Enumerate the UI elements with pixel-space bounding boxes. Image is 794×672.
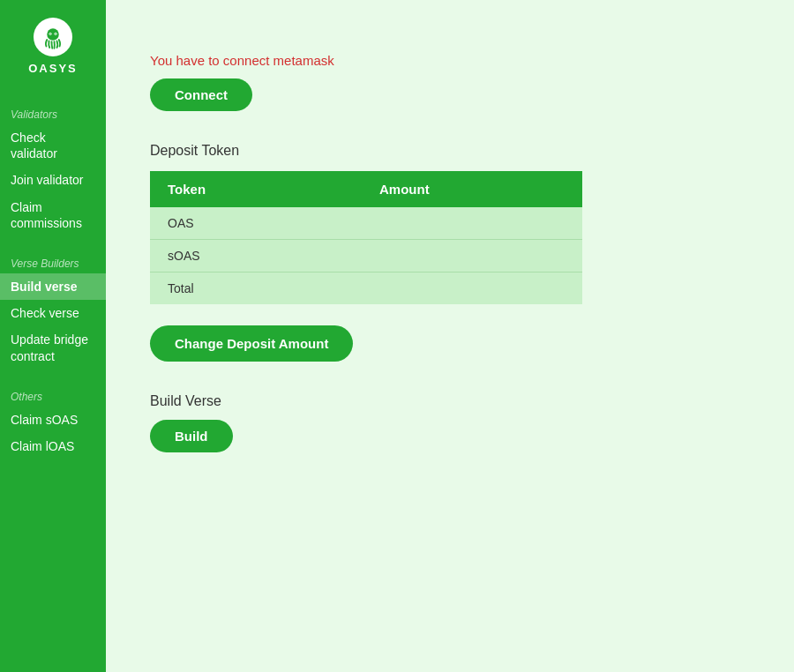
sidebar-item-claim-soas[interactable]: Claim sOAS — [0, 407, 106, 433]
logo-text: OASYS — [28, 62, 78, 75]
connect-warning-text: You have to connect metamask — [150, 53, 750, 68]
table-header-token: Token — [150, 171, 362, 207]
sidebar-item-build-verse[interactable]: Build verse — [0, 273, 106, 300]
logo-icon — [34, 18, 72, 56]
table-row: sOAS — [150, 240, 582, 273]
sidebar: OASYS Validators Check validator Join va… — [0, 0, 106, 672]
table-header-amount: Amount — [362, 171, 582, 207]
table-cell-oas: OAS — [150, 207, 362, 240]
sidebar-item-claim-ioas[interactable]: Claim lOAS — [0, 433, 106, 459]
sidebar-item-join-validator[interactable]: Join validator — [0, 167, 106, 193]
sidebar-section-others: Others — [0, 384, 106, 407]
build-button[interactable]: Build — [150, 420, 233, 452]
table-row: OAS — [150, 207, 582, 240]
sidebar-item-update-bridge-contract[interactable]: Update bridge contract — [0, 326, 106, 369]
table-cell-soas: sOAS — [150, 240, 362, 273]
build-section-title: Build Verse — [150, 393, 750, 409]
table-row: Total — [150, 273, 582, 305]
deposit-table: Token Amount OAS sOAS Total — [150, 171, 582, 304]
deposit-section-title: Deposit Token — [150, 143, 750, 159]
change-deposit-button[interactable]: Change Deposit Amount — [150, 325, 353, 362]
table-cell-soas-amount — [362, 240, 582, 273]
sidebar-item-check-verse[interactable]: Check verse — [0, 300, 106, 326]
connect-button[interactable]: Connect — [150, 78, 252, 111]
sidebar-item-check-validator[interactable]: Check validator — [0, 124, 106, 167]
table-cell-total: Total — [150, 273, 362, 305]
sidebar-item-claim-commissions[interactable]: Claim commissions — [0, 194, 106, 236]
svg-point-0 — [47, 28, 59, 41]
svg-point-4 — [55, 34, 56, 35]
main-content: You have to connect metamask Connect Dep… — [106, 0, 794, 672]
logo: OASYS — [28, 18, 78, 75]
sidebar-section-validators: Validators — [0, 101, 106, 124]
build-section: Build Verse Build — [150, 393, 750, 452]
table-cell-oas-amount — [362, 207, 582, 240]
deposit-section: Deposit Token Token Amount OAS sOAS To — [150, 143, 750, 393]
table-cell-total-amount — [362, 273, 582, 305]
svg-point-3 — [49, 34, 51, 35]
sidebar-section-verse-builders: Verse Builders — [0, 250, 106, 273]
